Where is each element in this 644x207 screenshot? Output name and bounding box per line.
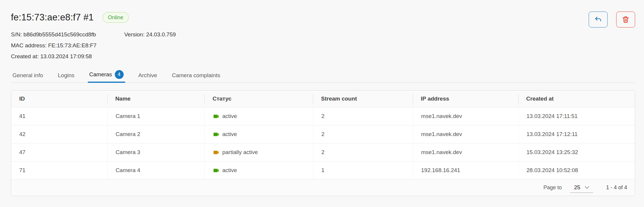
- cell-id: 47: [11, 143, 107, 161]
- cell-name: Camera 2: [107, 125, 205, 143]
- online-status-badge: Online: [103, 12, 129, 23]
- cell-created: 13.03.2024 17:11:51: [518, 107, 635, 125]
- column-header-id: ID: [11, 90, 107, 107]
- table-footer: Page to 25 1 - 4 of 4: [11, 179, 635, 196]
- cell-streams: 2: [313, 143, 413, 161]
- cell-status: active: [204, 161, 313, 179]
- tab-bar: General info Logins Cameras 4 Archive Ca…: [11, 67, 635, 83]
- tab-label: General info: [12, 72, 43, 79]
- column-header-ip: IP address: [413, 90, 518, 107]
- rollback-arrow-icon: [594, 15, 603, 24]
- status-label: active: [222, 131, 237, 138]
- trash-icon: [622, 15, 630, 24]
- cell-streams: 2: [313, 125, 413, 143]
- info-line-serial-version: S/N: b86d9b5555d415c569ccd8fb Version: 2…: [11, 29, 635, 40]
- tab-logins[interactable]: Logins: [57, 69, 76, 83]
- mac-address: MAC address: FE:15:73:AE:E8:F7: [11, 42, 96, 49]
- videocam-icon: [213, 149, 219, 156]
- column-header-streams: Stream count: [313, 90, 413, 107]
- tab-label: Archive: [138, 72, 157, 79]
- cell-ip: mse1.navek.dev: [413, 143, 518, 161]
- videocam-icon: [213, 131, 219, 138]
- page-size-value: 25: [574, 184, 580, 191]
- status-label: active: [222, 167, 237, 174]
- page-size-label: Page to: [543, 185, 562, 191]
- status-label: active: [222, 113, 237, 119]
- created-at: Created at: 13.03.2024 17:09:58: [11, 53, 92, 60]
- tab-cameras[interactable]: Cameras 4: [88, 67, 125, 83]
- pagination-range: 1 - 4 of 4: [606, 185, 627, 191]
- tab-label: Logins: [58, 72, 75, 79]
- header-actions: [589, 12, 635, 28]
- info-line-created: Created at: 13.03.2024 17:09:58: [11, 51, 635, 62]
- tab-general-info[interactable]: General info: [11, 69, 45, 83]
- cell-ip: mse1.navek.dev: [413, 125, 518, 143]
- column-header-created: Created at: [518, 90, 635, 107]
- tab-camera-complaints[interactable]: Camera complaints: [170, 69, 222, 83]
- cell-status: active: [204, 125, 313, 143]
- page-size-select[interactable]: 25: [570, 183, 593, 193]
- cell-id: 41: [11, 107, 107, 125]
- cell-ip: 192.168.16.241: [413, 161, 518, 179]
- videocam-icon: [213, 167, 219, 174]
- tab-archive[interactable]: Archive: [137, 69, 159, 83]
- firmware-version: Version: 24.03.0.759: [124, 31, 176, 38]
- cell-name: Camera 1: [107, 107, 205, 125]
- column-header-status: Статус: [204, 90, 313, 107]
- chevron-down-icon: [585, 186, 589, 189]
- videocam-icon: [213, 113, 219, 120]
- cameras-table: ID Name Статус Stream count IP address C…: [11, 90, 635, 196]
- column-header-name: Name: [107, 90, 205, 107]
- cell-created: 28.03.2024 10:52:08: [518, 161, 635, 179]
- cell-name: Camera 4: [107, 161, 205, 179]
- cell-created: 15.03.2024 13:25:32: [518, 143, 635, 161]
- cell-name: Camera 3: [107, 143, 205, 161]
- status-label: partially active: [222, 149, 258, 156]
- delete-button[interactable]: [616, 12, 635, 28]
- cell-created: 13.03.2024 17:12:11: [518, 125, 635, 143]
- serial-number: S/N: b86d9b5555d415c569ccd8fb: [11, 31, 124, 38]
- table-row-camera-47[interactable]: 47 Camera 3 partially active 2 mse1.nave…: [11, 143, 635, 161]
- page-header: fe:15:73:ae:e8:f7 #1 Online: [11, 11, 635, 24]
- table-header-row: ID Name Статус Stream count IP address C…: [11, 90, 635, 107]
- tab-label: Cameras: [89, 71, 112, 78]
- cell-status: active: [204, 107, 313, 125]
- tab-label: Camera complaints: [172, 72, 220, 79]
- table-row-camera-42[interactable]: 42 Camera 2 active 2 mse1.navek.dev 13.0…: [11, 125, 635, 143]
- cell-ip: mse1.navek.dev: [413, 107, 518, 125]
- cell-id: 42: [11, 125, 107, 143]
- device-info: S/N: b86d9b5555d415c569ccd8fb Version: 2…: [11, 29, 635, 62]
- page-title: fe:15:73:ae:e8:f7 #1: [11, 12, 94, 23]
- cell-streams: 1: [313, 161, 413, 179]
- table-row-camera-71[interactable]: 71 Camera 4 active 1 192.168.16.241 28.0…: [11, 161, 635, 179]
- table-row-camera-41[interactable]: 41 Camera 1 active 2 mse1.navek.dev 13.0…: [11, 107, 635, 125]
- cell-status: partially active: [204, 143, 313, 161]
- device-detail-page: fe:15:73:ae:e8:f7 #1 Online: [0, 0, 644, 196]
- cell-streams: 2: [313, 107, 413, 125]
- cell-id: 71: [11, 161, 107, 179]
- info-line-mac: MAC address: FE:15:73:AE:E8:F7: [11, 40, 635, 51]
- undo-button[interactable]: [589, 12, 608, 28]
- cameras-count-badge: 4: [115, 70, 124, 79]
